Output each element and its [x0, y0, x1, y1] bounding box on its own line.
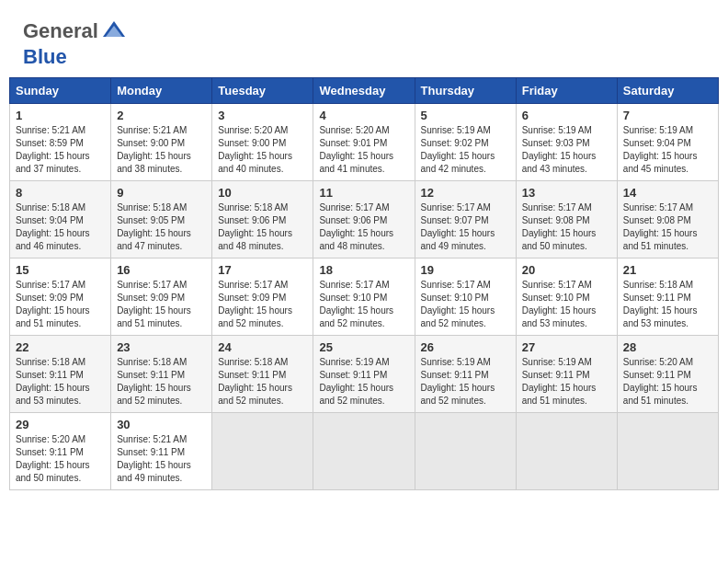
calendar-cell: 29Sunrise: 5:20 AMSunset: 9:11 PMDayligh… — [10, 413, 111, 490]
calendar-cell: 30Sunrise: 5:21 AMSunset: 9:11 PMDayligh… — [111, 413, 212, 490]
day-info: Sunrise: 5:18 AMSunset: 9:05 PMDaylight:… — [117, 201, 206, 253]
day-info: Sunrise: 5:19 AMSunset: 9:04 PMDaylight:… — [623, 124, 712, 176]
calendar-cell: 4Sunrise: 5:20 AMSunset: 9:01 PMDaylight… — [313, 104, 415, 181]
calendar-cell: 12Sunrise: 5:17 AMSunset: 9:07 PMDayligh… — [415, 181, 516, 259]
day-number: 22 — [16, 340, 105, 354]
day-info: Sunrise: 5:18 AMSunset: 9:11 PMDaylight:… — [16, 356, 105, 408]
day-number: 21 — [623, 263, 712, 277]
day-info: Sunrise: 5:17 AMSunset: 9:09 PMDaylight:… — [218, 279, 307, 330]
logo-blue: Blue — [23, 45, 67, 68]
calendar-cell: 5Sunrise: 5:19 AMSunset: 9:02 PMDaylight… — [415, 104, 516, 181]
calendar-week-1: 1Sunrise: 5:21 AMSunset: 8:59 PMDaylight… — [10, 104, 719, 181]
day-number: 28 — [623, 340, 712, 354]
day-number: 12 — [421, 186, 510, 200]
calendar-cell: 25Sunrise: 5:19 AMSunset: 9:11 PMDayligh… — [313, 336, 415, 413]
day-info: Sunrise: 5:20 AMSunset: 9:01 PMDaylight:… — [319, 124, 408, 176]
day-info: Sunrise: 5:20 AMSunset: 9:11 PMDaylight:… — [16, 433, 105, 485]
calendar-cell: 2Sunrise: 5:21 AMSunset: 9:00 PMDaylight… — [111, 104, 212, 181]
day-number: 30 — [117, 418, 206, 431]
weekday-header-row: SundayMondayTuesdayWednesdayThursdayFrid… — [10, 78, 719, 104]
logo-icon — [100, 18, 128, 46]
logo: General Blue — [23, 18, 128, 68]
calendar-cell: 20Sunrise: 5:17 AMSunset: 9:10 PMDayligh… — [516, 259, 617, 336]
day-number: 18 — [319, 263, 408, 277]
day-number: 26 — [421, 340, 510, 354]
day-info: Sunrise: 5:18 AMSunset: 9:11 PMDaylight:… — [218, 356, 307, 408]
day-info: Sunrise: 5:19 AMSunset: 9:02 PMDaylight:… — [421, 124, 510, 176]
day-number: 1 — [16, 109, 105, 122]
calendar-cell: 28Sunrise: 5:20 AMSunset: 9:11 PMDayligh… — [617, 336, 718, 413]
day-info: Sunrise: 5:18 AMSunset: 9:06 PMDaylight:… — [218, 201, 307, 253]
calendar-cell — [313, 413, 415, 490]
weekday-header-saturday: Saturday — [617, 78, 718, 104]
day-number: 3 — [218, 109, 307, 122]
calendar-cell: 16Sunrise: 5:17 AMSunset: 9:09 PMDayligh… — [111, 259, 212, 336]
logo-general: General — [23, 19, 98, 42]
calendar-cell — [516, 413, 617, 490]
calendar-cell: 8Sunrise: 5:18 AMSunset: 9:04 PMDaylight… — [10, 181, 111, 259]
day-info: Sunrise: 5:17 AMSunset: 9:07 PMDaylight:… — [421, 201, 510, 253]
day-number: 7 — [623, 109, 712, 122]
day-info: Sunrise: 5:21 AMSunset: 9:00 PMDaylight:… — [117, 124, 206, 176]
day-number: 4 — [319, 109, 408, 122]
weekday-header-friday: Friday — [516, 78, 617, 104]
calendar-cell: 24Sunrise: 5:18 AMSunset: 9:11 PMDayligh… — [212, 336, 313, 413]
weekday-header-wednesday: Wednesday — [313, 78, 415, 104]
day-info: Sunrise: 5:17 AMSunset: 9:10 PMDaylight:… — [421, 279, 510, 330]
day-number: 23 — [117, 340, 206, 354]
weekday-header-tuesday: Tuesday — [212, 78, 313, 104]
day-number: 5 — [421, 109, 510, 122]
calendar-cell: 21Sunrise: 5:18 AMSunset: 9:11 PMDayligh… — [617, 259, 718, 336]
day-info: Sunrise: 5:21 AMSunset: 9:11 PMDaylight:… — [117, 433, 206, 485]
calendar-cell: 19Sunrise: 5:17 AMSunset: 9:10 PMDayligh… — [415, 259, 516, 336]
day-number: 24 — [218, 340, 307, 354]
calendar-cell: 18Sunrise: 5:17 AMSunset: 9:10 PMDayligh… — [313, 259, 415, 336]
day-number: 9 — [117, 186, 206, 200]
calendar-cell: 14Sunrise: 5:17 AMSunset: 9:08 PMDayligh… — [617, 181, 718, 259]
calendar-cell: 3Sunrise: 5:20 AMSunset: 9:00 PMDaylight… — [212, 104, 313, 181]
calendar-week-3: 15Sunrise: 5:17 AMSunset: 9:09 PMDayligh… — [10, 259, 719, 336]
day-info: Sunrise: 5:21 AMSunset: 8:59 PMDaylight:… — [16, 124, 105, 176]
day-number: 6 — [522, 109, 611, 122]
day-number: 20 — [522, 263, 611, 277]
calendar-week-2: 8Sunrise: 5:18 AMSunset: 9:04 PMDaylight… — [10, 181, 719, 259]
calendar-week-5: 29Sunrise: 5:20 AMSunset: 9:11 PMDayligh… — [10, 413, 719, 490]
day-number: 11 — [319, 186, 408, 200]
calendar-cell: 23Sunrise: 5:18 AMSunset: 9:11 PMDayligh… — [111, 336, 212, 413]
calendar-cell — [415, 413, 516, 490]
day-info: Sunrise: 5:17 AMSunset: 9:10 PMDaylight:… — [319, 279, 408, 330]
day-number: 25 — [319, 340, 408, 354]
day-info: Sunrise: 5:19 AMSunset: 9:11 PMDaylight:… — [522, 356, 611, 408]
calendar-cell: 6Sunrise: 5:19 AMSunset: 9:03 PMDaylight… — [516, 104, 617, 181]
calendar-cell: 11Sunrise: 5:17 AMSunset: 9:06 PMDayligh… — [313, 181, 415, 259]
day-number: 19 — [421, 263, 510, 277]
day-info: Sunrise: 5:17 AMSunset: 9:08 PMDaylight:… — [522, 201, 611, 253]
calendar-cell: 1Sunrise: 5:21 AMSunset: 8:59 PMDaylight… — [10, 104, 111, 181]
calendar-cell: 27Sunrise: 5:19 AMSunset: 9:11 PMDayligh… — [516, 336, 617, 413]
calendar-cell: 13Sunrise: 5:17 AMSunset: 9:08 PMDayligh… — [516, 181, 617, 259]
day-info: Sunrise: 5:20 AMSunset: 9:11 PMDaylight:… — [623, 356, 712, 408]
calendar-cell: 17Sunrise: 5:17 AMSunset: 9:09 PMDayligh… — [212, 259, 313, 336]
calendar-cell — [212, 413, 313, 490]
day-info: Sunrise: 5:17 AMSunset: 9:09 PMDaylight:… — [117, 279, 206, 330]
calendar-cell: 9Sunrise: 5:18 AMSunset: 9:05 PMDaylight… — [111, 181, 212, 259]
calendar-cell: 7Sunrise: 5:19 AMSunset: 9:04 PMDaylight… — [617, 104, 718, 181]
day-number: 10 — [218, 186, 307, 200]
calendar-cell: 22Sunrise: 5:18 AMSunset: 9:11 PMDayligh… — [10, 336, 111, 413]
day-info: Sunrise: 5:19 AMSunset: 9:11 PMDaylight:… — [319, 356, 408, 408]
day-number: 16 — [117, 263, 206, 277]
calendar-week-4: 22Sunrise: 5:18 AMSunset: 9:11 PMDayligh… — [10, 336, 719, 413]
day-info: Sunrise: 5:18 AMSunset: 9:04 PMDaylight:… — [16, 201, 105, 253]
day-info: Sunrise: 5:18 AMSunset: 9:11 PMDaylight:… — [117, 356, 206, 408]
day-number: 27 — [522, 340, 611, 354]
day-info: Sunrise: 5:17 AMSunset: 9:09 PMDaylight:… — [16, 279, 105, 330]
day-info: Sunrise: 5:17 AMSunset: 9:10 PMDaylight:… — [522, 279, 611, 330]
day-info: Sunrise: 5:17 AMSunset: 9:06 PMDaylight:… — [319, 201, 408, 253]
day-number: 29 — [16, 418, 105, 431]
day-number: 2 — [117, 109, 206, 122]
day-number: 13 — [522, 186, 611, 200]
weekday-header-monday: Monday — [111, 78, 212, 104]
weekday-header-thursday: Thursday — [415, 78, 516, 104]
day-number: 8 — [16, 186, 105, 200]
day-number: 14 — [623, 186, 712, 200]
